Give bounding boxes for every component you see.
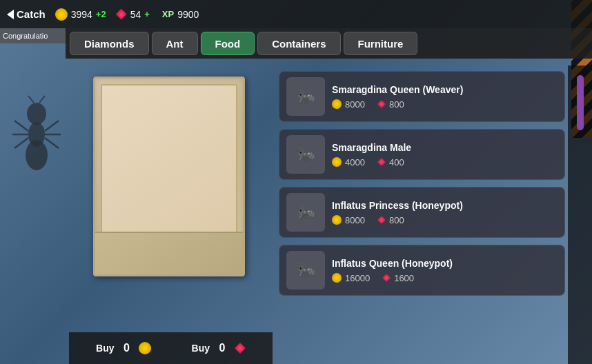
item-prices-smaragdina-male: 4000 400 xyxy=(332,157,558,168)
ant-decoration xyxy=(0,65,72,203)
gems-value: 54 xyxy=(130,9,141,20)
scroll-bar[interactable] xyxy=(568,65,592,364)
buy-bar: Buy 0 Buy 0 xyxy=(69,332,273,364)
buy-group-1: Buy 0 xyxy=(96,342,151,354)
svg-point-2 xyxy=(26,140,48,170)
svg-point-0 xyxy=(27,103,46,125)
coin-price-inflatus-princess: 8000 xyxy=(345,215,365,225)
items-panel[interactable]: 🐜 Smaragdina Queen (Weaver) 8000 800 🐜 S… xyxy=(276,65,568,364)
coin-price-smaragdina-male: 4000 xyxy=(345,157,365,168)
tab-containers[interactable]: Containers xyxy=(257,32,340,55)
buy-gem-icon-2 xyxy=(235,343,246,354)
back-label: Catch xyxy=(17,8,46,20)
item-card-inflatus-princess[interactable]: 🐜 Inflatus Princess (Honeypot) 8000 800 xyxy=(279,187,565,238)
coins-group: 3994 +2 xyxy=(55,8,106,21)
back-button[interactable]: Catch xyxy=(7,8,46,20)
item-prices-inflatus-queen: 16000 1600 xyxy=(332,273,558,283)
item-info-inflatus-queen: Inflatus Queen (Honeypot) 16000 1600 xyxy=(332,258,558,283)
item-info-smaragdina-male: Smaragdina Male 4000 400 xyxy=(332,142,558,168)
item-img-inflatus-queen: 🐜 xyxy=(286,251,325,290)
svg-line-3 xyxy=(14,121,28,131)
tab-bar: DiamondsAntFoodContainersFurniture xyxy=(66,28,592,59)
scroll-thumb[interactable] xyxy=(577,75,584,130)
gem-icon xyxy=(116,9,127,20)
gem-price-group-smaragdina-male: 400 xyxy=(377,157,404,168)
congrats-banner: Congratulatio xyxy=(0,28,69,43)
coin-icon xyxy=(55,8,68,21)
buy-group-2: Buy 0 xyxy=(192,342,246,354)
gem-price-inflatus-queen: 1600 xyxy=(394,273,414,283)
buy-label-2: Buy xyxy=(192,343,210,354)
coin-icon-smaragdina-queen xyxy=(332,99,342,109)
gems-group: 54 + xyxy=(116,9,150,20)
item-prices-inflatus-princess: 8000 800 xyxy=(332,215,558,225)
coin-icon-inflatus-queen xyxy=(332,273,342,283)
polaroid-card xyxy=(93,77,245,276)
coin-price-smaragdina-queen: 8000 xyxy=(345,99,365,110)
tab-food[interactable]: Food xyxy=(201,32,255,55)
item-name-inflatus-queen: Inflatus Queen (Honeypot) xyxy=(332,258,558,269)
gem-price-group-inflatus-princess: 800 xyxy=(377,215,404,225)
svg-line-5 xyxy=(14,138,28,148)
item-img-inflatus-princess: 🐜 xyxy=(286,193,325,232)
coin-price-group-inflatus-queen: 16000 xyxy=(332,273,370,283)
item-img-smaragdina-queen: 🐜 xyxy=(286,77,325,116)
buy-count-1: 0 xyxy=(119,342,133,354)
coin-price-group-smaragdina-male: 4000 xyxy=(332,157,365,168)
gem-icon-inflatus-princess xyxy=(377,216,386,224)
gem-price-group-inflatus-queen: 1600 xyxy=(382,273,414,283)
xp-value: 9900 xyxy=(177,9,199,20)
svg-line-10 xyxy=(39,96,45,103)
gem-price-group-smaragdina-queen: 800 xyxy=(377,99,404,110)
gem-price-smaragdina-queen: 800 xyxy=(389,99,404,110)
item-info-inflatus-princess: Inflatus Princess (Honeypot) 8000 800 xyxy=(332,200,558,225)
coin-icon-smaragdina-male xyxy=(332,157,342,167)
gems-plus: + xyxy=(144,9,150,19)
coin-price-group-smaragdina-queen: 8000 xyxy=(332,99,365,110)
gem-price-smaragdina-male: 400 xyxy=(389,157,404,168)
congrats-text: Congratulatio xyxy=(3,32,48,40)
buy-count-2: 0 xyxy=(215,342,229,354)
gem-icon-smaragdina-male xyxy=(377,158,386,166)
tab-diamonds[interactable]: Diamonds xyxy=(70,32,149,55)
item-info-smaragdina-queen: Smaragdina Queen (Weaver) 8000 800 xyxy=(332,84,558,110)
item-img-smaragdina-male: 🐜 xyxy=(286,135,325,174)
coin-icon-inflatus-princess xyxy=(332,215,342,225)
item-name-smaragdina-queen: Smaragdina Queen (Weaver) xyxy=(332,84,558,95)
svg-line-8 xyxy=(45,138,59,148)
ant-icon xyxy=(9,93,64,176)
tab-ant[interactable]: Ant xyxy=(152,32,198,55)
item-name-inflatus-princess: Inflatus Princess (Honeypot) xyxy=(332,200,558,211)
item-name-smaragdina-male: Smaragdina Male xyxy=(332,142,558,153)
tab-furniture[interactable]: Furniture xyxy=(344,32,418,55)
svg-line-9 xyxy=(28,96,34,103)
gem-icon-inflatus-queen xyxy=(382,274,391,282)
xp-group: XP 9900 xyxy=(159,9,199,20)
coin-price-inflatus-queen: 16000 xyxy=(345,273,370,283)
coin-price-group-inflatus-princess: 8000 xyxy=(332,215,365,225)
top-bar: Catch 3994 +2 54 + XP 9900 xyxy=(0,0,592,28)
item-card-inflatus-queen[interactable]: 🐜 Inflatus Queen (Honeypot) 16000 1600 xyxy=(279,245,565,296)
coins-plus: +2 xyxy=(96,9,106,19)
gem-price-inflatus-princess: 800 xyxy=(389,215,404,225)
item-card-smaragdina-queen[interactable]: 🐜 Smaragdina Queen (Weaver) 8000 800 xyxy=(279,71,565,122)
item-prices-smaragdina-queen: 8000 800 xyxy=(332,99,558,110)
card-panel xyxy=(69,65,269,364)
item-card-smaragdina-male[interactable]: 🐜 Smaragdina Male 4000 400 xyxy=(279,129,565,180)
gem-icon-smaragdina-queen xyxy=(377,100,386,108)
buy-coin-icon-1 xyxy=(139,342,151,354)
buy-label-1: Buy xyxy=(96,343,114,354)
svg-line-6 xyxy=(45,121,59,131)
xp-label: XP xyxy=(162,9,174,19)
coins-value: 3994 xyxy=(71,9,92,20)
back-arrow-icon xyxy=(7,10,14,19)
